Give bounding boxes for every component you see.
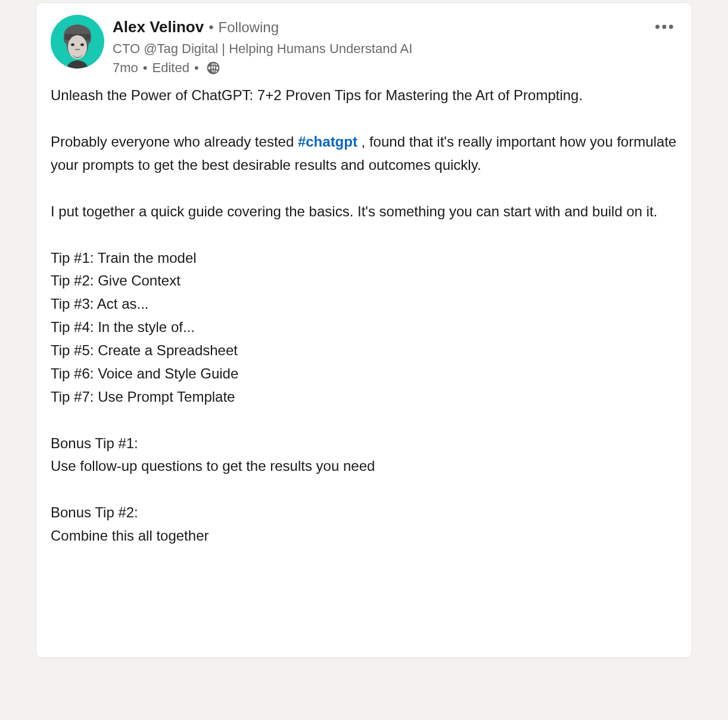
post-text-para3: I put together a quick guide covering th… [51, 200, 677, 224]
avatar[interactable] [51, 15, 104, 69]
blank-line [51, 107, 677, 131]
para2-pre: Probably everyone who already tested [51, 134, 298, 150]
post-card: Alex Velinov • Following CTO @Tag Digita… [36, 2, 692, 658]
tip-5: Tip #5: Create a Spreadsheet [51, 339, 677, 362]
svg-point-4 [80, 44, 84, 46]
svg-point-6 [662, 25, 667, 29]
post-header: Alex Velinov • Following CTO @Tag Digita… [36, 3, 692, 80]
svg-point-5 [655, 25, 659, 29]
author-name[interactable]: Alex Velinov [113, 17, 204, 38]
bonus-tip-1-text: Use follow-up questions to get the resul… [51, 455, 677, 478]
more-options-button[interactable] [651, 17, 677, 36]
edited-label: Edited [153, 60, 189, 76]
post-text-para2: Probably everyone who already tested #ch… [51, 131, 677, 177]
hashtag-chatgpt[interactable]: #chatgpt [298, 134, 357, 150]
tip-4: Tip #4: In the style of... [51, 316, 677, 339]
post-body: Unleash the Power of ChatGPT: 7+2 Proven… [36, 80, 692, 562]
author-headline: CTO @Tag Digital | Helping Humans Unders… [113, 40, 677, 58]
tip-7: Tip #7: Use Prompt Template [51, 386, 677, 409]
post-meta: 7mo • Edited • [113, 60, 677, 76]
author-line: Alex Velinov • Following [113, 17, 677, 38]
tip-6: Tip #6: Voice and Style Guide [51, 362, 677, 386]
tip-1: Tip #1: Train the model [51, 247, 677, 270]
post-time: 7mo [113, 60, 138, 76]
blank-line [51, 409, 677, 432]
svg-point-3 [71, 44, 74, 46]
blank-line [51, 177, 677, 200]
meta-dot: • [143, 60, 148, 76]
svg-point-2 [68, 35, 87, 59]
follow-status[interactable]: Following [219, 18, 279, 36]
header-text: Alex Velinov • Following CTO @Tag Digita… [113, 15, 677, 76]
author-separator: • [209, 18, 213, 36]
tip-2: Tip #2: Give Context [51, 269, 677, 293]
bonus-tip-2-text: Combine this all together [51, 525, 677, 548]
bonus-tip-2-title: Bonus Tip #2: [51, 501, 677, 525]
tip-3: Tip #3: Act as... [51, 293, 677, 316]
blank-line [51, 478, 677, 501]
svg-point-7 [669, 25, 673, 29]
post-text-para1: Unleash the Power of ChatGPT: 7+2 Proven… [51, 84, 677, 107]
blank-line [51, 224, 677, 247]
globe-icon [206, 61, 220, 75]
bonus-tip-1-title: Bonus Tip #1: [51, 432, 677, 455]
meta-dot-2: • [194, 60, 199, 76]
